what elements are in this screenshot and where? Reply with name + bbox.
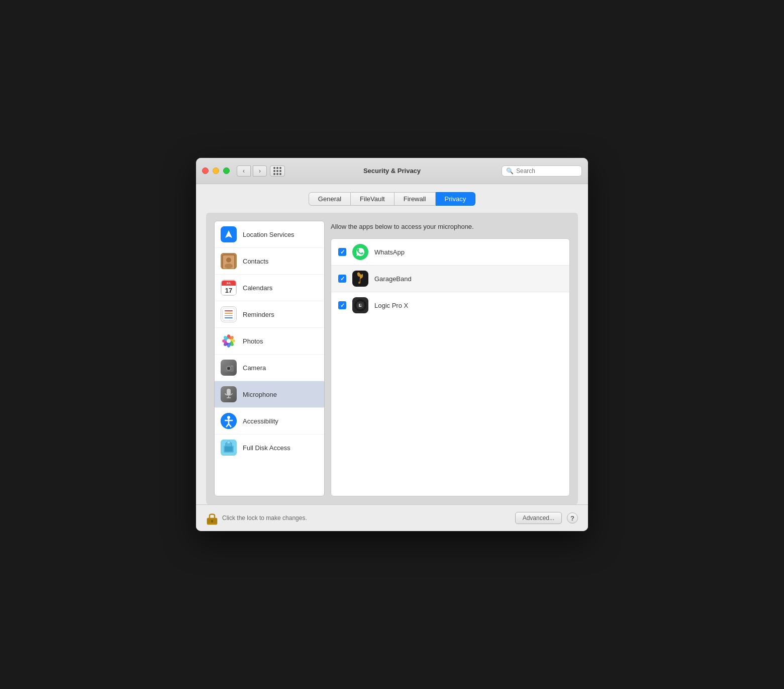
svg-rect-30 bbox=[225, 447, 233, 452]
lock-icon bbox=[206, 511, 218, 525]
location-services-icon bbox=[221, 226, 237, 242]
tab-filevault[interactable]: FileVault bbox=[351, 192, 395, 206]
reminders-icon bbox=[221, 306, 237, 322]
nav-buttons: ‹ › bbox=[237, 165, 267, 177]
sidebar-item-contacts[interactable]: Contacts bbox=[215, 248, 324, 275]
sidebar-label-location-services: Location Services bbox=[243, 231, 295, 238]
logicprox-label: Logic Pro X bbox=[374, 302, 408, 309]
sidebar-item-microphone[interactable]: Microphone bbox=[215, 381, 324, 408]
sidebar-item-calendars[interactable]: JUL 17 Calendars bbox=[215, 275, 324, 301]
app-list: ✓ WhatsApp ✓ bbox=[331, 238, 570, 496]
main-content: Location Services Contacts bbox=[206, 213, 578, 504]
svg-rect-19 bbox=[227, 389, 231, 395]
advanced-button[interactable]: Advanced... bbox=[515, 512, 562, 524]
close-button[interactable] bbox=[202, 167, 209, 174]
app-row-whatsapp: ✓ WhatsApp bbox=[331, 239, 569, 266]
panel-description: Allow the apps below to access your micr… bbox=[331, 221, 570, 232]
logicprox-icon: L bbox=[352, 297, 368, 313]
logicprox-checkbox[interactable]: ✓ bbox=[338, 301, 346, 309]
microphone-icon bbox=[221, 386, 237, 402]
sidebar-label-camera: Camera bbox=[243, 364, 266, 372]
app-row-garageband: ✓ GarageBand bbox=[331, 266, 569, 292]
search-box[interactable]: 🔍 bbox=[502, 165, 582, 177]
svg-point-13 bbox=[227, 339, 231, 343]
svg-rect-32 bbox=[227, 441, 230, 444]
sidebar-item-location-services[interactable]: Location Services bbox=[215, 221, 324, 248]
full-disk-access-icon bbox=[221, 440, 237, 456]
tab-firewall[interactable]: Firewall bbox=[395, 192, 436, 206]
svg-rect-17 bbox=[227, 364, 229, 366]
titlebar: ‹ › Security & Privacy 🔍 bbox=[196, 158, 588, 184]
lock-text: Click the lock to make changes. bbox=[222, 514, 307, 522]
grid-button[interactable] bbox=[270, 165, 285, 177]
tabs-bar: General FileVault Firewall Privacy bbox=[196, 184, 588, 213]
lock-icon-wrap: Click the lock to make changes. bbox=[206, 511, 307, 525]
whatsapp-label: WhatsApp bbox=[374, 248, 405, 256]
window-title: Security & Privacy bbox=[363, 167, 421, 175]
accessibility-icon bbox=[221, 413, 237, 429]
contacts-icon bbox=[221, 253, 237, 269]
sidebar-label-calendars: Calendars bbox=[243, 284, 272, 292]
checkbox-check-icon-3: ✓ bbox=[340, 302, 345, 309]
right-panel: Allow the apps below to access your micr… bbox=[331, 221, 570, 496]
svg-point-3 bbox=[225, 264, 233, 269]
back-button[interactable]: ‹ bbox=[237, 165, 251, 177]
garageband-checkbox[interactable]: ✓ bbox=[338, 275, 346, 283]
sidebar-item-photos[interactable]: Photos bbox=[215, 328, 324, 355]
svg-point-2 bbox=[226, 257, 231, 263]
sidebar-item-full-disk-access[interactable]: Full Disk Access bbox=[215, 435, 324, 461]
svg-point-16 bbox=[228, 368, 230, 370]
help-button[interactable]: ? bbox=[567, 512, 578, 524]
garageband-icon bbox=[352, 271, 368, 287]
minimize-button[interactable] bbox=[213, 167, 219, 174]
whatsapp-checkbox[interactable]: ✓ bbox=[338, 248, 346, 256]
maximize-button[interactable] bbox=[223, 167, 230, 174]
bottom-bar: Click the lock to make changes. Advanced… bbox=[196, 504, 588, 531]
app-row-logicprox: ✓ bbox=[331, 292, 569, 318]
checkbox-check-icon: ✓ bbox=[340, 249, 345, 255]
tab-general[interactable]: General bbox=[309, 192, 351, 206]
camera-icon bbox=[221, 360, 237, 376]
sidebar-label-accessibility: Accessibility bbox=[243, 417, 278, 425]
whatsapp-icon bbox=[352, 244, 368, 260]
garageband-label: GarageBand bbox=[374, 275, 412, 283]
sidebar-item-camera[interactable]: Camera bbox=[215, 355, 324, 381]
search-icon: 🔍 bbox=[506, 167, 514, 175]
svg-text:L: L bbox=[359, 303, 362, 308]
photos-icon bbox=[221, 333, 237, 349]
svg-point-23 bbox=[227, 416, 230, 419]
sidebar-item-accessibility[interactable]: Accessibility bbox=[215, 408, 324, 435]
svg-point-35 bbox=[358, 282, 360, 284]
sidebar-label-reminders: Reminders bbox=[243, 311, 274, 318]
sidebar-label-microphone: Microphone bbox=[243, 391, 277, 398]
sidebar-item-reminders[interactable]: Reminders bbox=[215, 301, 324, 328]
checkbox-check-icon-2: ✓ bbox=[340, 276, 345, 282]
tab-privacy[interactable]: Privacy bbox=[436, 192, 476, 206]
traffic-lights bbox=[202, 167, 230, 174]
sidebar-label-full-disk-access: Full Disk Access bbox=[243, 444, 290, 452]
svg-rect-18 bbox=[231, 366, 233, 367]
search-input[interactable] bbox=[516, 167, 577, 175]
calendars-icon: JUL 17 bbox=[221, 280, 237, 296]
sidebar: Location Services Contacts bbox=[214, 221, 325, 496]
sidebar-label-photos: Photos bbox=[243, 337, 263, 345]
svg-rect-50 bbox=[212, 521, 213, 523]
forward-button[interactable]: › bbox=[253, 165, 267, 177]
main-window: ‹ › Security & Privacy 🔍 General FileVau… bbox=[196, 158, 588, 531]
sidebar-label-contacts: Contacts bbox=[243, 257, 268, 265]
